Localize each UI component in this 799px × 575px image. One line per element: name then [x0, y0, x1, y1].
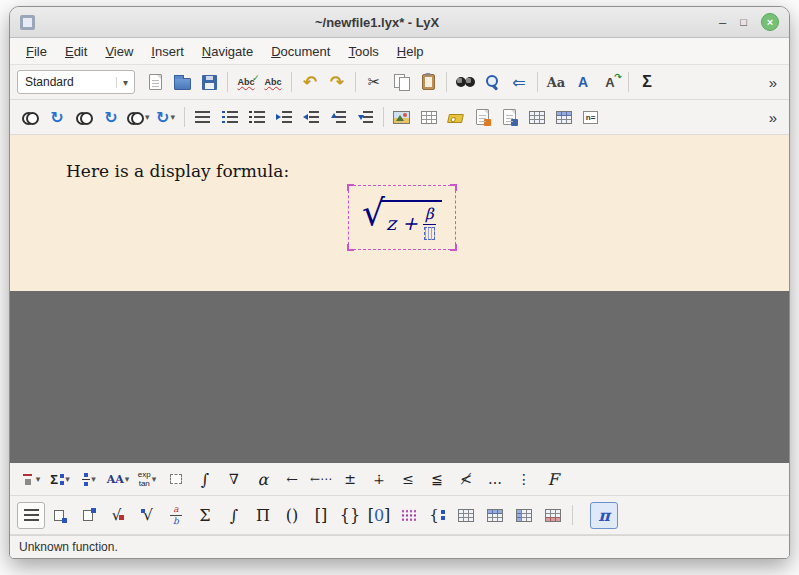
less-over-equal-button[interactable]: ≦	[423, 466, 451, 493]
table-icon	[421, 111, 437, 124]
view-button[interactable]	[17, 104, 43, 130]
math-text-styles-button[interactable]: AA▾	[104, 466, 132, 493]
display-formula[interactable]: √ z + β	[362, 195, 442, 240]
add-row-button[interactable]	[481, 502, 509, 529]
insert-listing-button[interactable]	[551, 104, 577, 130]
find-replace-button[interactable]	[452, 69, 478, 95]
paragraph-settings-button[interactable]	[190, 104, 216, 130]
integral-button[interactable]: ∫	[220, 502, 248, 529]
menu-tools[interactable]: Tools	[340, 41, 386, 62]
math-panel-toggle-button[interactable]: π	[590, 502, 618, 529]
fraction-button[interactable]: ab	[162, 502, 190, 529]
menu-view[interactable]: View	[97, 41, 141, 62]
close-button[interactable]: ×	[761, 13, 779, 31]
redo-button[interactable]: ↷	[324, 69, 350, 95]
zoom-button[interactable]	[479, 69, 505, 95]
continuous-spellcheck-button[interactable]: Abc	[260, 69, 286, 95]
superscript-button[interactable]	[75, 502, 103, 529]
menu-edit[interactable]: Edit	[57, 41, 95, 62]
nth-root-button[interactable]: √	[133, 502, 161, 529]
formula-selection[interactable]: √ z + β	[348, 185, 456, 250]
cases-button[interactable]: {	[423, 502, 451, 529]
delete-row-button[interactable]	[539, 502, 567, 529]
insert-cross-reference-button[interactable]	[497, 104, 523, 130]
increase-depth-button[interactable]	[271, 104, 297, 130]
new-document-button[interactable]	[142, 69, 168, 95]
undo-button[interactable]: ↶	[297, 69, 323, 95]
square-root-button[interactable]: √	[104, 502, 132, 529]
menu-insert[interactable]: Insert	[143, 41, 192, 62]
parentheses-button[interactable]: ()	[278, 502, 306, 529]
update-master-button[interactable]: ↻	[98, 104, 124, 130]
arrows-button[interactable]: ←	[278, 466, 306, 493]
dashed-arrows-button[interactable]: ←⋯	[307, 466, 335, 493]
move-paragraph-up-button[interactable]	[325, 104, 351, 130]
braces-button[interactable]: {}	[336, 502, 364, 529]
font-dialog-button[interactable]: A	[570, 69, 596, 95]
dot-plus-button[interactable]: ∔	[365, 466, 393, 493]
view-other-formats-button[interactable]: ▾	[125, 104, 152, 130]
insert-label-button[interactable]	[443, 104, 469, 130]
apply-last-style-button[interactable]: A	[597, 69, 623, 95]
empty-cell-placeholder[interactable]	[424, 227, 435, 240]
insert-box-button[interactable]	[162, 466, 190, 493]
math-spacing-button[interactable]	[17, 502, 45, 529]
chevron-down-icon: ▾	[116, 77, 134, 88]
menu-file[interactable]: File	[18, 41, 55, 62]
toolbar-overflow-button[interactable]: »	[764, 74, 782, 91]
not-less-button[interactable]: ≮	[452, 466, 480, 493]
insert-grid-button[interactable]	[452, 502, 480, 529]
insert-citation-button[interactable]	[470, 104, 496, 130]
dots-button[interactable]: …	[481, 466, 509, 493]
delimiters-button[interactable]: [0]	[365, 502, 393, 529]
integrals-button[interactable]: ∫	[191, 466, 219, 493]
math-decorations-button[interactable]: ▾	[17, 466, 45, 493]
insert-table-button[interactable]	[416, 104, 442, 130]
brackets-button[interactable]: []	[307, 502, 335, 529]
insert-note-button[interactable]: n=	[578, 104, 604, 130]
numbered-list-button[interactable]	[217, 104, 243, 130]
subscript-button[interactable]	[46, 502, 74, 529]
move-paragraph-down-button[interactable]	[352, 104, 378, 130]
open-document-button[interactable]	[169, 69, 195, 95]
update-button[interactable]: ↻	[44, 104, 70, 130]
product-button[interactable]: Π	[249, 502, 277, 529]
operators-button[interactable]: ∇	[220, 466, 248, 493]
insert-float-button[interactable]	[524, 104, 550, 130]
menu-help[interactable]: Help	[389, 41, 432, 62]
navigate-back-button[interactable]: ⇐	[506, 69, 532, 95]
maximize-button[interactable]: □	[740, 17, 747, 28]
matrix-button[interactable]	[394, 502, 422, 529]
insert-math-button[interactable]: Σ	[634, 69, 660, 95]
less-equal-button[interactable]: ≤	[394, 466, 422, 493]
paste-button[interactable]	[415, 69, 441, 95]
save-floppy-icon	[202, 75, 217, 90]
toolbar-overflow-button[interactable]: »	[764, 109, 782, 126]
greek-letters-button[interactable]: α	[249, 466, 277, 493]
text-style-button[interactable]: Aa	[543, 69, 569, 95]
functions-button[interactable]: exptan▾	[133, 466, 161, 493]
cut-button[interactable]: ✂	[361, 69, 387, 95]
big-operators-button[interactable]: Σ▾	[46, 466, 74, 493]
minimize-button[interactable]: –	[719, 16, 726, 29]
document-text[interactable]: Here is a display formula:	[66, 161, 289, 181]
plus-minus-button[interactable]: ±	[336, 466, 364, 493]
view-master-button[interactable]	[71, 104, 97, 130]
decrease-depth-button[interactable]	[298, 104, 324, 130]
sum-button[interactable]: Σ	[191, 502, 219, 529]
add-column-button[interactable]	[510, 502, 538, 529]
menu-navigate[interactable]: Navigate	[194, 41, 261, 62]
save-document-button[interactable]	[196, 69, 222, 95]
menu-document[interactable]: Document	[263, 41, 338, 62]
math-macros-button[interactable]: F	[539, 466, 567, 493]
update-other-formats-button[interactable]: ↻▾	[153, 104, 179, 130]
titlebar[interactable]: ~/newfile1.lyx* - LyX – □ ×	[10, 7, 789, 38]
insert-graphics-button[interactable]	[389, 104, 415, 130]
paragraph-style-select[interactable]: Standard ▾	[17, 70, 135, 94]
vertical-dots-button[interactable]: ⋮	[510, 466, 538, 493]
fractions-button[interactable]: ▾	[75, 466, 103, 493]
copy-button[interactable]	[388, 69, 414, 95]
spellcheck-button[interactable]: Abc	[233, 69, 259, 95]
document-canvas[interactable]: Here is a display formula: √ z + β	[10, 135, 789, 291]
bullet-list-button[interactable]	[244, 104, 270, 130]
